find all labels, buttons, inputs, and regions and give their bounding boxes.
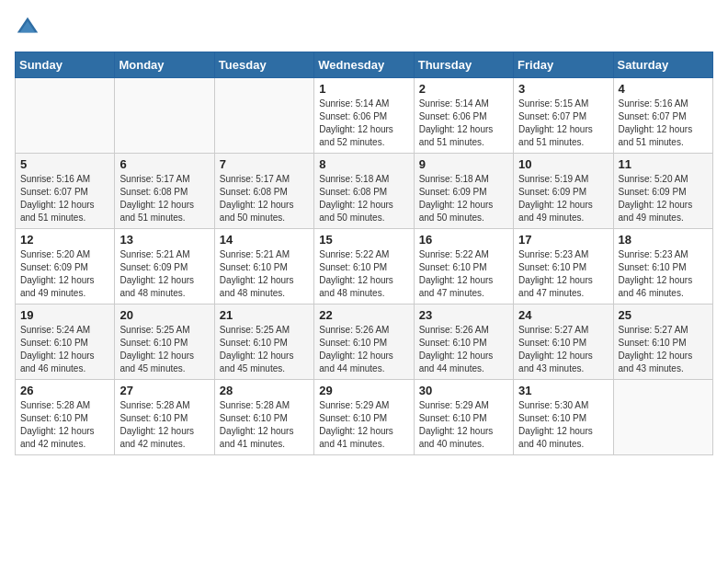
day-info: Sunrise: 5:26 AM Sunset: 6:10 PM Dayligh… xyxy=(419,324,508,375)
calendar-day-cell: 23Sunrise: 5:26 AM Sunset: 6:10 PM Dayli… xyxy=(414,304,513,380)
calendar-week-row: 12Sunrise: 5:20 AM Sunset: 6:09 PM Dayli… xyxy=(16,229,713,304)
day-number: 27 xyxy=(119,384,209,397)
day-info: Sunrise: 5:17 AM Sunset: 6:08 PM Dayligh… xyxy=(220,173,309,224)
day-info: Sunrise: 5:23 AM Sunset: 6:10 PM Dayligh… xyxy=(518,248,608,300)
day-info: Sunrise: 5:16 AM Sunset: 6:07 PM Dayligh… xyxy=(619,98,708,149)
day-info: Sunrise: 5:26 AM Sunset: 6:10 PM Dayligh… xyxy=(319,324,408,375)
day-info: Sunrise: 5:20 AM Sunset: 6:09 PM Dayligh… xyxy=(20,248,109,300)
calendar-day-cell: 6Sunrise: 5:17 AM Sunset: 6:08 PM Daylig… xyxy=(115,154,214,229)
calendar-day-cell: 13Sunrise: 5:21 AM Sunset: 6:09 PM Dayli… xyxy=(115,229,214,304)
day-info: Sunrise: 5:25 AM Sunset: 6:10 PM Dayligh… xyxy=(119,324,209,375)
calendar-week-row: 26Sunrise: 5:28 AM Sunset: 6:10 PM Dayli… xyxy=(16,380,713,455)
logo xyxy=(15,15,44,40)
calendar-day-cell: 19Sunrise: 5:24 AM Sunset: 6:10 PM Dayli… xyxy=(16,304,115,380)
day-number: 25 xyxy=(619,308,708,322)
day-number: 2 xyxy=(419,82,508,96)
calendar-day-cell: 2Sunrise: 5:14 AM Sunset: 6:06 PM Daylig… xyxy=(414,78,513,154)
calendar-header-row: SundayMondayTuesdayWednesdayThursdayFrid… xyxy=(16,52,713,78)
calendar-day-cell: 28Sunrise: 5:28 AM Sunset: 6:10 PM Dayli… xyxy=(214,380,313,455)
day-of-week-header: Saturday xyxy=(613,52,712,78)
day-number: 18 xyxy=(619,233,708,247)
calendar-day-cell: 7Sunrise: 5:17 AM Sunset: 6:08 PM Daylig… xyxy=(214,154,313,229)
day-info: Sunrise: 5:24 AM Sunset: 6:10 PM Dayligh… xyxy=(20,324,109,375)
calendar-day-cell: 18Sunrise: 5:23 AM Sunset: 6:10 PM Dayli… xyxy=(613,229,712,304)
calendar-day-cell: 31Sunrise: 5:30 AM Sunset: 6:10 PM Dayli… xyxy=(514,380,613,455)
day-of-week-header: Thursday xyxy=(414,52,513,78)
day-of-week-header: Friday xyxy=(514,52,613,78)
calendar-day-cell: 12Sunrise: 5:20 AM Sunset: 6:09 PM Dayli… xyxy=(16,229,115,304)
calendar-day-cell: 22Sunrise: 5:26 AM Sunset: 6:10 PM Dayli… xyxy=(314,304,414,380)
calendar-day-cell: 14Sunrise: 5:21 AM Sunset: 6:10 PM Dayli… xyxy=(214,229,313,304)
day-number: 31 xyxy=(518,384,608,397)
day-info: Sunrise: 5:18 AM Sunset: 6:08 PM Dayligh… xyxy=(319,173,408,224)
day-number: 24 xyxy=(518,308,608,322)
day-of-week-header: Sunday xyxy=(16,52,115,78)
calendar-day-cell xyxy=(115,78,214,154)
day-number: 26 xyxy=(20,384,109,397)
calendar-day-cell: 9Sunrise: 5:18 AM Sunset: 6:09 PM Daylig… xyxy=(414,154,513,229)
day-number: 16 xyxy=(419,233,508,247)
day-number: 19 xyxy=(20,308,109,322)
day-number: 12 xyxy=(20,233,109,247)
calendar-day-cell: 16Sunrise: 5:22 AM Sunset: 6:10 PM Dayli… xyxy=(414,229,513,304)
logo-icon xyxy=(15,15,40,40)
page-header xyxy=(15,15,713,40)
calendar-week-row: 19Sunrise: 5:24 AM Sunset: 6:10 PM Dayli… xyxy=(16,304,713,380)
calendar-day-cell: 5Sunrise: 5:16 AM Sunset: 6:07 PM Daylig… xyxy=(16,154,115,229)
day-info: Sunrise: 5:14 AM Sunset: 6:06 PM Dayligh… xyxy=(419,98,508,149)
day-number: 5 xyxy=(20,157,109,171)
day-info: Sunrise: 5:21 AM Sunset: 6:09 PM Dayligh… xyxy=(119,248,209,300)
calendar-day-cell: 30Sunrise: 5:29 AM Sunset: 6:10 PM Dayli… xyxy=(414,380,513,455)
day-number: 14 xyxy=(220,233,309,247)
day-info: Sunrise: 5:28 AM Sunset: 6:10 PM Dayligh… xyxy=(119,399,209,451)
day-info: Sunrise: 5:28 AM Sunset: 6:10 PM Dayligh… xyxy=(220,399,309,451)
calendar-week-row: 1Sunrise: 5:14 AM Sunset: 6:06 PM Daylig… xyxy=(16,78,713,154)
day-info: Sunrise: 5:29 AM Sunset: 6:10 PM Dayligh… xyxy=(319,399,408,451)
day-number: 29 xyxy=(319,384,408,397)
calendar-day-cell: 27Sunrise: 5:28 AM Sunset: 6:10 PM Dayli… xyxy=(115,380,214,455)
day-info: Sunrise: 5:15 AM Sunset: 6:07 PM Dayligh… xyxy=(518,98,608,149)
day-info: Sunrise: 5:20 AM Sunset: 6:09 PM Dayligh… xyxy=(619,173,708,224)
day-info: Sunrise: 5:14 AM Sunset: 6:06 PM Dayligh… xyxy=(319,98,408,149)
day-number: 23 xyxy=(419,308,508,322)
calendar-day-cell: 24Sunrise: 5:27 AM Sunset: 6:10 PM Dayli… xyxy=(514,304,613,380)
day-of-week-header: Tuesday xyxy=(214,52,313,78)
calendar-day-cell: 8Sunrise: 5:18 AM Sunset: 6:08 PM Daylig… xyxy=(314,154,414,229)
day-number: 13 xyxy=(119,233,209,247)
day-number: 4 xyxy=(619,82,708,96)
day-number: 15 xyxy=(319,233,408,247)
calendar-day-cell: 4Sunrise: 5:16 AM Sunset: 6:07 PM Daylig… xyxy=(613,78,712,154)
day-number: 1 xyxy=(319,82,408,96)
calendar-day-cell: 29Sunrise: 5:29 AM Sunset: 6:10 PM Dayli… xyxy=(314,380,414,455)
day-number: 28 xyxy=(220,384,309,397)
calendar-day-cell: 26Sunrise: 5:28 AM Sunset: 6:10 PM Dayli… xyxy=(16,380,115,455)
day-number: 8 xyxy=(319,157,408,171)
day-number: 11 xyxy=(619,157,708,171)
day-info: Sunrise: 5:17 AM Sunset: 6:08 PM Dayligh… xyxy=(119,173,209,224)
day-number: 20 xyxy=(119,308,209,322)
calendar-day-cell: 1Sunrise: 5:14 AM Sunset: 6:06 PM Daylig… xyxy=(314,78,414,154)
day-info: Sunrise: 5:27 AM Sunset: 6:10 PM Dayligh… xyxy=(518,324,608,375)
calendar-week-row: 5Sunrise: 5:16 AM Sunset: 6:07 PM Daylig… xyxy=(16,154,713,229)
calendar-day-cell xyxy=(16,78,115,154)
day-info: Sunrise: 5:25 AM Sunset: 6:10 PM Dayligh… xyxy=(220,324,309,375)
calendar-day-cell: 11Sunrise: 5:20 AM Sunset: 6:09 PM Dayli… xyxy=(613,154,712,229)
day-info: Sunrise: 5:30 AM Sunset: 6:10 PM Dayligh… xyxy=(518,399,608,451)
calendar-table: SundayMondayTuesdayWednesdayThursdayFrid… xyxy=(15,52,713,455)
day-number: 22 xyxy=(319,308,408,322)
day-number: 30 xyxy=(419,384,508,397)
calendar-day-cell: 3Sunrise: 5:15 AM Sunset: 6:07 PM Daylig… xyxy=(514,78,613,154)
day-info: Sunrise: 5:18 AM Sunset: 6:09 PM Dayligh… xyxy=(419,173,508,224)
calendar-day-cell xyxy=(214,78,313,154)
day-number: 9 xyxy=(419,157,508,171)
day-info: Sunrise: 5:16 AM Sunset: 6:07 PM Dayligh… xyxy=(20,173,109,224)
day-of-week-header: Wednesday xyxy=(314,52,414,78)
calendar-day-cell: 20Sunrise: 5:25 AM Sunset: 6:10 PM Dayli… xyxy=(115,304,214,380)
calendar-day-cell: 21Sunrise: 5:25 AM Sunset: 6:10 PM Dayli… xyxy=(214,304,313,380)
day-info: Sunrise: 5:19 AM Sunset: 6:09 PM Dayligh… xyxy=(518,173,608,224)
day-info: Sunrise: 5:22 AM Sunset: 6:10 PM Dayligh… xyxy=(419,248,508,300)
day-info: Sunrise: 5:28 AM Sunset: 6:10 PM Dayligh… xyxy=(20,399,109,451)
day-info: Sunrise: 5:23 AM Sunset: 6:10 PM Dayligh… xyxy=(619,248,708,300)
day-info: Sunrise: 5:22 AM Sunset: 6:10 PM Dayligh… xyxy=(319,248,408,300)
day-info: Sunrise: 5:21 AM Sunset: 6:10 PM Dayligh… xyxy=(220,248,309,300)
